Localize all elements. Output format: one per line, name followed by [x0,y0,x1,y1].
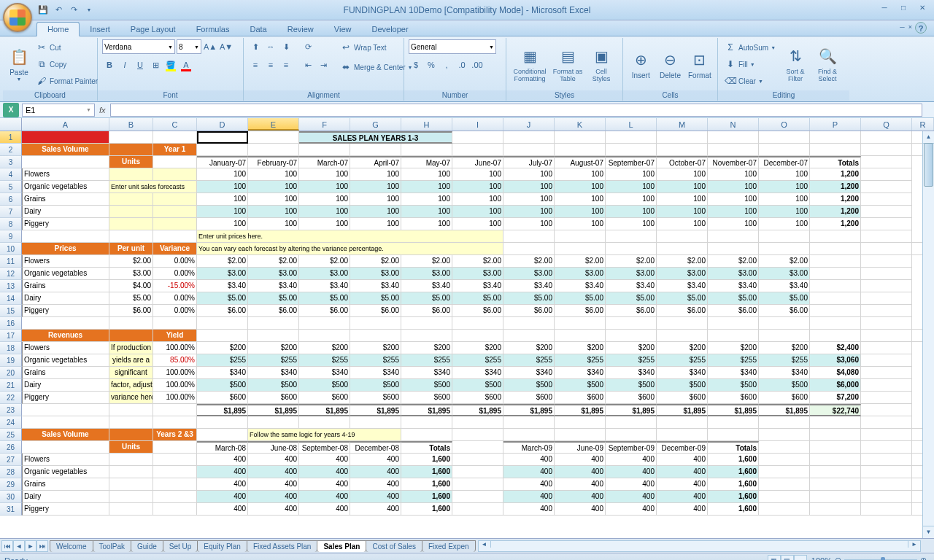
fx-icon[interactable]: fx [99,106,106,114]
cell[interactable] [299,317,350,330]
cell[interactable] [153,491,197,503]
cell[interactable]: 400 [606,491,657,503]
cell[interactable] [657,317,708,330]
sheet-tab[interactable]: ToolPak [93,540,132,552]
cell[interactable] [248,416,299,429]
col-header[interactable]: R [912,118,934,131]
cell[interactable] [153,466,197,478]
cell[interactable] [810,478,861,491]
cell[interactable] [759,503,810,516]
cell[interactable] [109,454,153,466]
cell[interactable] [109,144,153,156]
bold-button[interactable]: B [102,58,117,72]
cell[interactable] [452,503,503,516]
fill-color-button[interactable]: 🪣 [163,58,178,72]
cell[interactable] [861,131,912,144]
cell[interactable]: 100 [555,193,606,206]
cell[interactable]: $255 [503,354,555,367]
maximize-button[interactable]: □ [895,1,912,13]
row-header[interactable]: 18 [0,342,22,354]
col-header[interactable]: D [197,118,248,131]
row-header[interactable]: 8 [0,218,22,230]
cell[interactable] [606,144,657,156]
cell[interactable]: $4,080 [810,367,861,379]
increase-decimal-button[interactable]: .0 [455,58,469,72]
cell[interactable] [299,416,350,429]
cell[interactable]: $600 [299,392,350,404]
cell[interactable] [810,305,861,317]
cell[interactable]: $500 [299,379,350,392]
cell[interactable] [759,466,810,478]
vertical-scrollbar[interactable] [922,131,934,538]
cell[interactable] [861,503,912,516]
cell[interactable]: 0.00% [153,268,197,280]
cell[interactable]: $6.00 [248,305,299,317]
sheet-tab[interactable]: Cost of Sales [366,540,422,552]
cell[interactable]: 100 [299,193,350,206]
grow-font-button[interactable]: A▲ [203,39,217,54]
cell[interactable]: $600 [606,392,657,404]
cell[interactable]: 400 [657,454,708,466]
close-button[interactable]: ✕ [914,1,931,13]
cell[interactable]: 100 [555,181,606,193]
cell[interactable] [861,206,912,218]
cell[interactable]: $6.00 [657,305,708,317]
sheet-tab[interactable]: Fixed Assets Plan [247,540,317,552]
col-header[interactable]: B [109,118,153,131]
cell[interactable] [22,156,109,168]
cell[interactable]: $500 [708,379,759,392]
cell[interactable] [759,330,810,342]
col-header[interactable]: K [555,118,606,131]
cell[interactable]: $200 [503,342,555,354]
cell[interactable]: $340 [708,367,759,379]
cell[interactable] [810,292,861,305]
cell[interactable]: $3.00 [503,268,555,280]
cell[interactable]: $1,895 [759,404,810,416]
cell[interactable]: 100 [606,193,657,206]
cell[interactable] [861,268,912,280]
cell[interactable]: 400 [503,478,555,491]
cell[interactable] [555,243,606,255]
cell[interactable]: $1,895 [555,404,606,416]
cell[interactable] [861,491,912,503]
cell[interactable] [109,404,153,416]
cell[interactable] [606,416,657,429]
cell[interactable]: September-07 [606,156,657,168]
cell[interactable]: Flowers [22,168,109,181]
cell[interactable] [503,144,555,156]
cell[interactable]: Units [109,441,153,454]
cell[interactable] [452,429,503,441]
cell[interactable]: 400 [555,466,606,478]
cell[interactable]: 100 [452,193,503,206]
cell[interactable]: March-09 [503,441,555,454]
cell[interactable]: $3.40 [401,280,452,292]
cell[interactable]: 400 [350,478,401,491]
cell[interactable] [109,168,153,181]
cell[interactable]: $340 [555,367,606,379]
row-header[interactable]: 7 [0,206,22,218]
cell[interactable]: 100 [197,206,248,218]
col-header[interactable]: G [350,118,401,131]
cell[interactable]: 100 [248,206,299,218]
cell[interactable] [861,243,912,255]
cell[interactable]: $2.00 [452,255,503,268]
cell[interactable] [109,317,153,330]
cell[interactable] [109,416,153,429]
cell[interactable] [153,478,197,491]
fill-button[interactable]: ⬇Fill▼ [722,56,778,72]
col-header[interactable]: C [153,118,197,131]
cell[interactable]: $255 [657,354,708,367]
clear-button[interactable]: ⌫Clear▼ [722,73,778,89]
font-size-combo[interactable]: 8▼ [177,39,201,54]
cell[interactable] [861,330,912,342]
cell[interactable]: $200 [759,342,810,354]
cell[interactable] [109,491,153,503]
cell[interactable] [109,218,153,230]
cell[interactable]: $5.00 [350,292,401,305]
cell[interactable]: $3.00 [759,268,810,280]
cell[interactable]: 400 [555,503,606,516]
cell[interactable]: March-08 [197,441,248,454]
cell[interactable] [759,131,810,144]
cell[interactable] [708,330,759,342]
cell[interactable]: 1,600 [708,466,759,478]
